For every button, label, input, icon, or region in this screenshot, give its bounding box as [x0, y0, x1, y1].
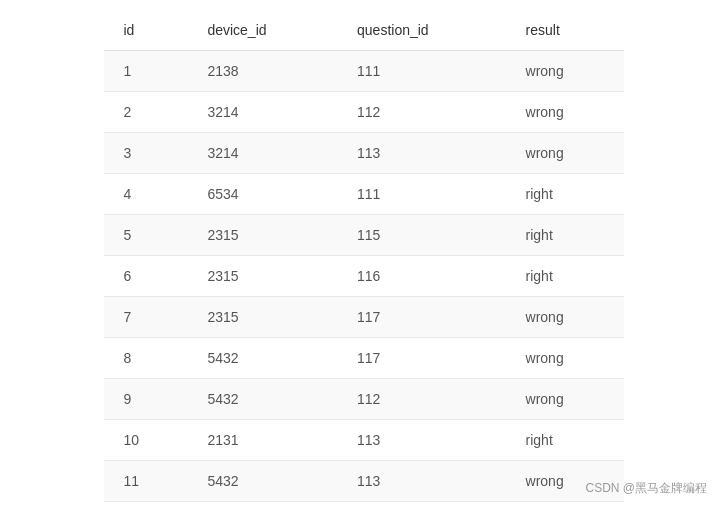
cell-question_id: 112	[337, 379, 505, 420]
table-row: 122315115right	[104, 502, 624, 516]
cell-question_id: 111	[337, 174, 505, 215]
cell-result: wrong	[506, 51, 624, 92]
cell-result: wrong	[506, 297, 624, 338]
cell-id: 10	[104, 420, 188, 461]
cell-question_id: 111	[337, 51, 505, 92]
col-header-result: result	[506, 10, 624, 51]
table-row: 52315115right	[104, 215, 624, 256]
cell-question_id: 116	[337, 256, 505, 297]
cell-id: 12	[104, 502, 188, 516]
cell-device_id: 2315	[187, 297, 337, 338]
cell-id: 6	[104, 256, 188, 297]
table-row: 95432112wrong	[104, 379, 624, 420]
cell-question_id: 113	[337, 461, 505, 502]
cell-question_id: 117	[337, 297, 505, 338]
cell-device_id: 2315	[187, 502, 337, 516]
col-header-device-id: device_id	[187, 10, 337, 51]
col-header-question-id: question_id	[337, 10, 505, 51]
cell-id: 3	[104, 133, 188, 174]
cell-id: 4	[104, 174, 188, 215]
table-row: 72315117wrong	[104, 297, 624, 338]
col-header-id: id	[104, 10, 188, 51]
cell-question_id: 117	[337, 338, 505, 379]
cell-id: 5	[104, 215, 188, 256]
cell-device_id: 2131	[187, 420, 337, 461]
table-container: id device_id question_id result 12138111…	[0, 0, 727, 515]
table-header-row: id device_id question_id result	[104, 10, 624, 51]
cell-id: 7	[104, 297, 188, 338]
cell-result: wrong	[506, 338, 624, 379]
cell-id: 9	[104, 379, 188, 420]
cell-id: 2	[104, 92, 188, 133]
cell-id: 11	[104, 461, 188, 502]
cell-device_id: 3214	[187, 133, 337, 174]
cell-result: wrong	[506, 133, 624, 174]
cell-device_id: 3214	[187, 92, 337, 133]
cell-question_id: 112	[337, 92, 505, 133]
table-row: 12138111wrong	[104, 51, 624, 92]
table-row: 23214112wrong	[104, 92, 624, 133]
table-row: 115432113wrong	[104, 461, 624, 502]
data-table: id device_id question_id result 12138111…	[104, 10, 624, 515]
cell-id: 1	[104, 51, 188, 92]
cell-device_id: 5432	[187, 461, 337, 502]
cell-result: right	[506, 502, 624, 516]
cell-id: 8	[104, 338, 188, 379]
cell-device_id: 6534	[187, 174, 337, 215]
cell-device_id: 2315	[187, 256, 337, 297]
cell-result: wrong	[506, 379, 624, 420]
cell-device_id: 5432	[187, 379, 337, 420]
table-row: 33214113wrong	[104, 133, 624, 174]
cell-device_id: 2315	[187, 215, 337, 256]
cell-result: right	[506, 174, 624, 215]
watermark: CSDN @黑马金牌编程	[585, 480, 707, 497]
cell-question_id: 115	[337, 215, 505, 256]
cell-result: right	[506, 420, 624, 461]
cell-device_id: 2138	[187, 51, 337, 92]
cell-result: right	[506, 215, 624, 256]
cell-question_id: 113	[337, 420, 505, 461]
cell-question_id: 113	[337, 133, 505, 174]
table-row: 62315116right	[104, 256, 624, 297]
table-row: 46534111right	[104, 174, 624, 215]
cell-question_id: 115	[337, 502, 505, 516]
cell-result: right	[506, 256, 624, 297]
table-row: 85432117wrong	[104, 338, 624, 379]
table-body: 12138111wrong23214112wrong33214113wrong4…	[104, 51, 624, 516]
cell-result: wrong	[506, 92, 624, 133]
table-row: 102131113right	[104, 420, 624, 461]
cell-device_id: 5432	[187, 338, 337, 379]
